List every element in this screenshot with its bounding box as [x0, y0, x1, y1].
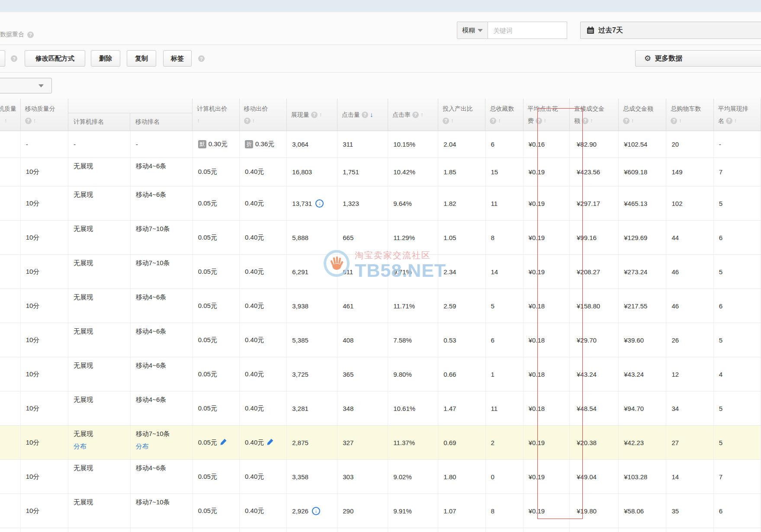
sort-asc-icon[interactable]: ↑: [679, 115, 682, 127]
cell-avg_rank: 4: [714, 357, 761, 391]
help-icon[interactable]: ?: [726, 118, 732, 124]
cell-pc_quality: [0, 289, 21, 323]
cell-total_amount: ¥102.54: [619, 131, 666, 157]
col-label: 总购物车数: [671, 103, 701, 115]
sort-asc-icon[interactable]: ↑: [319, 109, 322, 121]
cell-empty: [0, 528, 21, 532]
partial-button[interactable]: [0, 50, 5, 67]
cell-value: 35: [671, 507, 679, 515]
help-icon[interactable]: ?: [412, 112, 419, 118]
sort-asc-icon[interactable]: ↑: [631, 115, 634, 127]
cell-value: 0.40元: [245, 302, 264, 310]
sort-asc-icon[interactable]: ↑: [734, 115, 737, 127]
copy-button[interactable]: 复制: [127, 50, 156, 67]
cell-value: 10.61%: [393, 405, 415, 412]
edit-bid-icon[interactable]: [220, 438, 227, 447]
cell-pc_bid: 0.05元: [193, 391, 240, 425]
help-icon[interactable]: ?: [311, 112, 318, 118]
date-range-button[interactable]: 过去7天: [580, 22, 761, 39]
help-icon[interactable]: ?: [27, 32, 34, 38]
cell-pc_quality: [0, 357, 21, 391]
help-icon[interactable]: ?: [244, 118, 250, 124]
cell-ctr: 11.29%: [388, 221, 438, 254]
sort-asc-icon[interactable]: ↑: [451, 115, 454, 127]
cell-clicks: 365: [337, 357, 388, 391]
cell-value: 0.05元: [198, 234, 217, 242]
cell-pc_quality: [0, 255, 21, 288]
help-icon[interactable]: ?: [671, 118, 677, 124]
sort-asc-icon[interactable]: ↑: [544, 115, 547, 127]
cell-avg_click_cost: ¥0.19: [523, 494, 570, 528]
help-icon[interactable]: ?: [198, 55, 205, 62]
cell-value: 5,385: [292, 337, 308, 344]
cell-value: 10.42%: [393, 168, 415, 176]
keyword-search-input[interactable]: [488, 22, 567, 39]
help-icon[interactable]: ?: [536, 118, 542, 124]
sort-asc-icon[interactable]: ↑: [33, 115, 36, 127]
cell-cart_count: 35: [666, 494, 713, 528]
help-icon[interactable]: ?: [25, 118, 32, 124]
col-header-pc_bid: 计算机出价↑: [193, 99, 239, 131]
delete-button[interactable]: 删除: [91, 50, 120, 67]
cell-cart_count: 26: [666, 323, 713, 357]
trend-down-icon[interactable]: ↓: [315, 199, 324, 208]
cell-value: 0.36元: [255, 140, 274, 148]
help-icon[interactable]: ?: [582, 118, 588, 124]
cell-cart_count: 27: [666, 426, 713, 459]
sort-asc-icon[interactable]: ↑: [590, 115, 593, 127]
cell-value: ¥19.80: [577, 507, 597, 515]
cell-pc_bid: 0.05元: [193, 494, 240, 528]
table-row: 10分无展现移动4~6条0.05元0.40元5,3854087.58%0.536…: [0, 323, 761, 357]
cell-clicks: 611: [337, 255, 388, 288]
trend-down-icon[interactable]: ↓: [312, 507, 320, 515]
cell-empty: [438, 528, 485, 532]
cell-clicks: 461: [337, 289, 388, 323]
rank-distribution-link[interactable]: 分布: [74, 442, 87, 451]
filter-select[interactable]: [0, 78, 52, 93]
help-icon[interactable]: ?: [490, 118, 496, 124]
cell-value: 290: [343, 507, 353, 515]
cell-pc_bid: 0.05元: [193, 289, 240, 323]
col-label: 点击量: [342, 109, 360, 121]
cell-value: 1,323: [343, 200, 359, 207]
help-icon[interactable]: ?: [623, 118, 629, 124]
cell-mobile_quality: 10分: [21, 426, 68, 459]
cell-value: 无展现: [74, 162, 93, 170]
cell-clicks: 1,751: [337, 158, 388, 186]
table-row: 10分无展现移动4~6条0.05元0.40元3,28134810.61%1.47…: [0, 391, 761, 426]
more-data-button[interactable]: ⚙ 更多数据: [635, 50, 761, 67]
cell-value: 无展现: [74, 259, 93, 267]
sort-desc-icon[interactable]: ↓: [370, 109, 373, 121]
col-header-total_amount: 总成交金额?↑: [619, 99, 666, 131]
sort-asc-icon[interactable]: ↑: [421, 109, 424, 121]
upper-panel: 数据重合 ? 模糊 过去7天: [0, 12, 761, 45]
cell-value: 0.40元: [245, 336, 264, 344]
cell-pc_rank: 无展现: [68, 460, 131, 494]
modify-match-type-button[interactable]: 修改匹配方式: [25, 50, 85, 67]
edit-bid-icon[interactable]: [267, 438, 274, 447]
cell-pc_rank: 无展现: [68, 357, 131, 391]
cell-roi: 2.59: [438, 289, 485, 323]
search-controls: 模糊 过去7天: [457, 22, 567, 39]
cell-favorites: 8: [486, 494, 523, 528]
sort-asc-icon[interactable]: ↑: [197, 115, 200, 127]
help-icon[interactable]: ?: [362, 112, 368, 118]
cell-favorites: 2: [486, 426, 523, 459]
cell-ctr: 10.61%: [388, 391, 438, 425]
cell-total_amount: ¥58.06: [619, 494, 666, 528]
match-mode-dropdown[interactable]: 模糊: [457, 22, 488, 39]
rank-distribution-link[interactable]: 分布: [136, 442, 149, 451]
cell-value: 0.66: [443, 371, 456, 378]
more-data-label: 更多数据: [655, 54, 682, 63]
cell-value: 0: [491, 473, 494, 481]
help-icon[interactable]: ?: [443, 118, 449, 124]
sort-asc-icon[interactable]: ↑: [252, 115, 255, 127]
sort-asc-icon[interactable]: ↑: [498, 115, 501, 127]
cell-avg_rank: 5: [714, 323, 761, 357]
cell-value: ¥94.70: [624, 405, 644, 412]
tag-button[interactable]: 标签: [163, 50, 192, 67]
help-icon[interactable]: ?: [11, 55, 17, 62]
cell-value: 27: [671, 439, 679, 446]
sort-asc-icon[interactable]: ↑: [4, 115, 7, 127]
cell-empty: [714, 528, 761, 532]
